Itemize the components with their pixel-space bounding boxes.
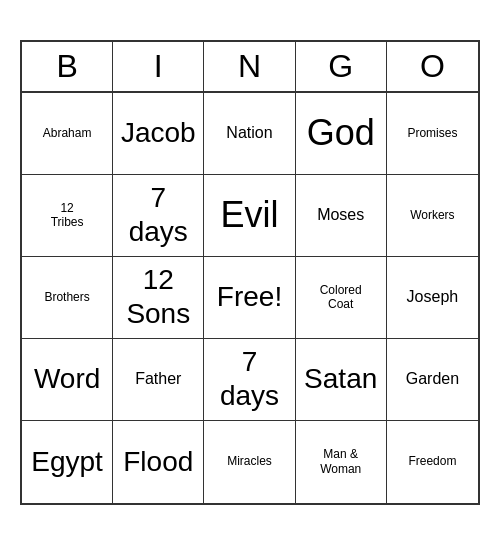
bingo-cell: 7 days [113, 175, 204, 257]
bingo-cell: God [296, 93, 387, 175]
bingo-cell: 12 Sons [113, 257, 204, 339]
bingo-cell: Father [113, 339, 204, 421]
cell-label: Brothers [44, 290, 89, 304]
bingo-cell: 7 days [204, 339, 295, 421]
bingo-cell: Colored Coat [296, 257, 387, 339]
cell-label: Free! [217, 280, 282, 314]
cell-label: Man & Woman [320, 447, 361, 476]
bingo-cell: Joseph [387, 257, 478, 339]
cell-label: Word [34, 362, 100, 396]
header-letter: N [204, 42, 295, 91]
cell-label: Satan [304, 362, 377, 396]
bingo-cell: Freedom [387, 421, 478, 503]
header-letter: O [387, 42, 478, 91]
cell-label: Egypt [31, 445, 103, 479]
cell-label: Flood [123, 445, 193, 479]
bingo-cell: Nation [204, 93, 295, 175]
cell-label: Father [135, 369, 181, 388]
bingo-cell: Workers [387, 175, 478, 257]
header-letter: B [22, 42, 113, 91]
cell-label: Colored Coat [320, 283, 362, 312]
bingo-cell: Miracles [204, 421, 295, 503]
bingo-cell: Garden [387, 339, 478, 421]
bingo-card: BINGO AbrahamJacobNationGodPromises12 Tr… [20, 40, 480, 505]
bingo-cell: 12 Tribes [22, 175, 113, 257]
bingo-cell: Brothers [22, 257, 113, 339]
cell-label: Miracles [227, 454, 272, 468]
cell-label: Joseph [407, 287, 459, 306]
cell-label: Workers [410, 208, 454, 222]
bingo-cell: Abraham [22, 93, 113, 175]
cell-label: Moses [317, 205, 364, 224]
bingo-cell: Evil [204, 175, 295, 257]
bingo-cell: Egypt [22, 421, 113, 503]
cell-label: Abraham [43, 126, 92, 140]
cell-label: 12 Tribes [51, 201, 84, 230]
bingo-cell: Satan [296, 339, 387, 421]
bingo-cell: Moses [296, 175, 387, 257]
cell-label: Garden [406, 369, 459, 388]
bingo-cell: Flood [113, 421, 204, 503]
bingo-cell: Word [22, 339, 113, 421]
header-letter: I [113, 42, 204, 91]
bingo-cell: Promises [387, 93, 478, 175]
cell-label: 7 days [220, 345, 279, 412]
bingo-cell: Jacob [113, 93, 204, 175]
header-letter: G [296, 42, 387, 91]
cell-label: Promises [407, 126, 457, 140]
cell-label: Nation [226, 123, 272, 142]
cell-label: Jacob [121, 116, 196, 150]
cell-label: God [307, 111, 375, 154]
bingo-grid: AbrahamJacobNationGodPromises12 Tribes7 … [22, 93, 478, 503]
bingo-cell: Free! [204, 257, 295, 339]
cell-label: 7 days [129, 181, 188, 248]
cell-label: Evil [220, 193, 278, 236]
cell-label: Freedom [408, 454, 456, 468]
bingo-cell: Man & Woman [296, 421, 387, 503]
bingo-header: BINGO [22, 42, 478, 93]
cell-label: 12 Sons [126, 263, 190, 330]
